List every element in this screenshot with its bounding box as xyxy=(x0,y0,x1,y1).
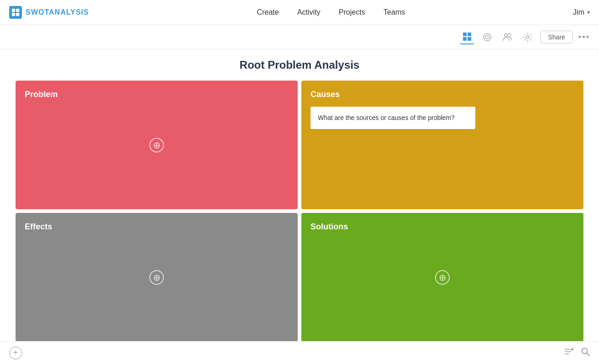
nav-activity[interactable]: Activity xyxy=(297,8,321,16)
grid-view-icon[interactable] xyxy=(460,30,474,44)
logo-text: SWOTANALYSIS xyxy=(26,8,89,16)
header: SWOTANALYSIS Create Activity Projects Te… xyxy=(0,0,599,25)
quadrant-problem[interactable]: Problem ⊕ xyxy=(16,81,298,209)
add-solutions-icon[interactable]: ⊕ xyxy=(435,270,450,285)
causes-title: Causes xyxy=(310,90,574,99)
share-button[interactable]: Share xyxy=(540,31,573,43)
footer-right xyxy=(564,347,590,359)
quadrant-effects[interactable]: Effects ⊕ xyxy=(16,213,298,342)
team-view-icon[interactable] xyxy=(500,30,515,44)
svg-point-10 xyxy=(487,37,488,38)
footer-bar: + xyxy=(0,341,599,364)
svg-rect-2 xyxy=(12,13,15,16)
target-view-icon[interactable] xyxy=(480,30,495,44)
quadrant-solutions[interactable]: Solutions ⊕ xyxy=(301,213,583,342)
quadrant-grid: Problem ⊕ Causes What are the sources or… xyxy=(16,81,583,342)
page-title: Root Problem Analysis xyxy=(240,59,359,71)
settings-icon[interactable] xyxy=(520,30,535,44)
sort-icon[interactable] xyxy=(564,347,573,359)
user-menu[interactable]: Jim ▾ xyxy=(573,8,590,16)
nav-create[interactable]: Create xyxy=(257,8,279,16)
logo-area[interactable]: SWOTANALYSIS xyxy=(9,6,89,19)
toolbar: Share ••• xyxy=(0,25,599,49)
add-effects-icon[interactable]: ⊕ xyxy=(149,270,164,285)
more-options-icon[interactable]: ••• xyxy=(578,33,590,42)
causes-card: What are the sources or causes of the pr… xyxy=(310,107,475,129)
effects-title: Effects xyxy=(25,222,289,232)
nav-teams[interactable]: Teams xyxy=(383,8,405,16)
svg-point-11 xyxy=(504,34,507,37)
nav-projects[interactable]: Projects xyxy=(339,8,365,16)
chevron-down-icon: ▾ xyxy=(587,9,590,16)
add-problem-icon[interactable]: ⊕ xyxy=(149,138,164,152)
problem-title: Problem xyxy=(25,90,289,99)
causes-card-text: What are the sources or causes of the pr… xyxy=(318,114,455,121)
user-name: Jim xyxy=(573,8,584,16)
svg-rect-5 xyxy=(468,33,471,36)
svg-point-13 xyxy=(526,36,529,38)
svg-line-18 xyxy=(587,353,589,356)
svg-rect-3 xyxy=(16,13,19,16)
svg-rect-0 xyxy=(12,9,15,12)
solutions-title: Solutions xyxy=(310,222,574,232)
nav-items: Create Activity Projects Teams xyxy=(257,8,405,16)
svg-rect-6 xyxy=(463,37,467,41)
svg-rect-7 xyxy=(468,37,471,41)
quadrant-causes[interactable]: Causes What are the sources or causes of… xyxy=(301,81,583,209)
search-icon[interactable] xyxy=(581,347,590,359)
logo-icon xyxy=(9,6,22,19)
svg-rect-4 xyxy=(463,33,467,36)
footer-add-button[interactable]: + xyxy=(9,347,22,359)
svg-point-12 xyxy=(507,34,511,37)
svg-rect-1 xyxy=(16,9,19,12)
main-content: Root Problem Analysis Problem ⊕ Causes W… xyxy=(0,49,599,351)
footer-add-icon: + xyxy=(13,348,18,358)
